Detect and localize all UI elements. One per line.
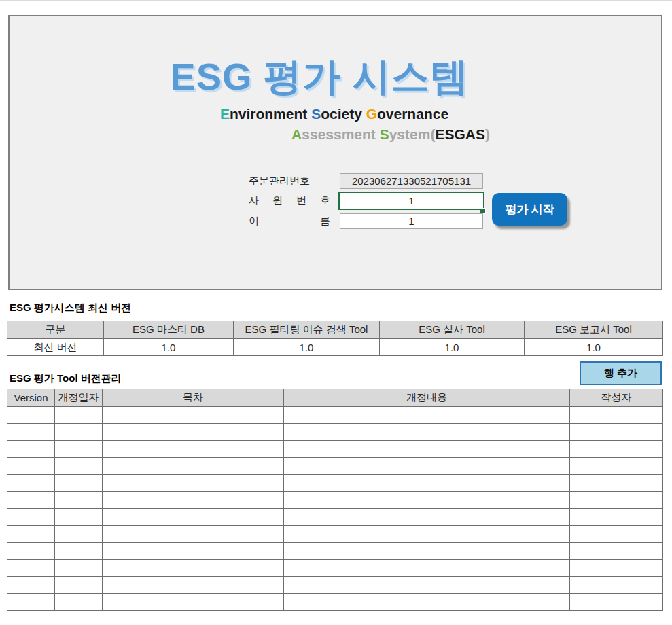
revision-table-cell[interactable] <box>570 424 663 441</box>
revision-table-cell[interactable] <box>55 560 103 577</box>
employee-number-field[interactable] <box>338 192 484 210</box>
revision-table-cell[interactable] <box>7 560 55 577</box>
subtitle-text: overnance <box>377 106 448 122</box>
column-header: 개정내용 <box>284 389 570 407</box>
revision-table-cell[interactable] <box>55 407 103 424</box>
revision-table-cell[interactable] <box>55 424 103 441</box>
subtitle-text: nvironment <box>230 106 311 122</box>
revision-table-row <box>7 407 663 424</box>
revision-table-cell[interactable] <box>284 475 570 492</box>
revision-table-cell[interactable] <box>570 560 663 577</box>
revision-table-cell[interactable] <box>284 560 570 577</box>
revision-table-cell[interactable] <box>103 577 284 594</box>
revision-table-cell[interactable] <box>7 526 55 543</box>
revision-table-cell[interactable] <box>7 458 55 475</box>
column-header: 구분 <box>7 321 104 339</box>
revision-table-cell[interactable] <box>570 475 663 492</box>
revision-table-cell[interactable] <box>7 594 55 611</box>
app-subtitle-esg: Environment Society Governance <box>130 106 538 122</box>
subtitle-letter-s: S <box>311 106 321 122</box>
table-cell: 1.0 <box>525 339 663 356</box>
revision-table-cell[interactable] <box>570 441 663 458</box>
revision-table-cell[interactable] <box>284 577 570 594</box>
revision-table-cell[interactable] <box>103 492 284 509</box>
revision-table-cell[interactable] <box>570 526 663 543</box>
revision-table-cell[interactable] <box>55 594 103 611</box>
revision-table-cell[interactable] <box>7 424 55 441</box>
table-cell: 최신 버전 <box>7 339 104 356</box>
revision-table-row <box>7 492 663 509</box>
table-cell: 1.0 <box>380 339 525 356</box>
subtitle-text: ssessment <box>302 126 379 142</box>
revision-table-cell[interactable] <box>7 577 55 594</box>
table-cell: 1.0 <box>104 339 234 356</box>
revision-table-cell[interactable] <box>55 492 103 509</box>
revision-table-cell[interactable] <box>284 526 570 543</box>
revision-table-cell[interactable] <box>284 509 570 526</box>
revision-table-cell[interactable] <box>55 543 103 560</box>
revision-table-cell[interactable] <box>55 526 103 543</box>
table-cell: 1.0 <box>234 339 380 356</box>
revision-table-cell[interactable] <box>103 458 284 475</box>
revision-table-cell[interactable] <box>103 407 284 424</box>
revision-table-cell[interactable] <box>7 543 55 560</box>
revision-table-cell[interactable] <box>103 543 284 560</box>
column-header: 목차 <box>103 389 284 407</box>
subtitle-letter-s2: S <box>380 126 389 142</box>
name-label: 이 름 <box>249 215 330 228</box>
revision-table-cell[interactable] <box>284 424 570 441</box>
revision-table-cell[interactable] <box>7 475 55 492</box>
revision-table-cell[interactable] <box>103 475 284 492</box>
revision-table-row <box>7 560 663 577</box>
revision-table-row <box>7 424 663 441</box>
subtitle-letter-e: E <box>220 106 230 122</box>
revision-table-cell[interactable] <box>55 509 103 526</box>
revision-header-row: Version 개정일자 목차 개정내용 작성자 <box>7 389 663 407</box>
revision-table-cell[interactable] <box>7 492 55 509</box>
revision-table-row <box>7 594 663 611</box>
revision-table: Version 개정일자 목차 개정내용 작성자 <box>7 389 663 611</box>
app-title: ESG 평가 시스템 <box>116 52 523 103</box>
revision-table-row <box>7 441 663 458</box>
revision-table-row <box>7 458 663 475</box>
revision-table-cell[interactable] <box>55 458 103 475</box>
revision-table-cell[interactable] <box>284 458 570 475</box>
revision-table-cell[interactable] <box>103 560 284 577</box>
revision-table-cell[interactable] <box>103 424 284 441</box>
column-header: 개정일자 <box>55 389 103 407</box>
revision-table-cell[interactable] <box>55 577 103 594</box>
revision-table-cell[interactable] <box>7 441 55 458</box>
revision-table-cell[interactable] <box>103 509 284 526</box>
revision-table-cell[interactable] <box>7 509 55 526</box>
revision-table-cell[interactable] <box>570 577 663 594</box>
revision-table-cell[interactable] <box>284 492 570 509</box>
revision-table-cell[interactable] <box>55 475 103 492</box>
column-header: Version <box>7 389 55 407</box>
revision-table-row <box>7 509 663 526</box>
latest-version-header-row: 구분 ESG 마스터 DB ESG 필터링 이슈 검색 Tool ESG 실사 … <box>7 321 663 339</box>
revision-table-cell[interactable] <box>284 441 570 458</box>
hero-panel: ESG 평가 시스템 Environment Society Governanc… <box>8 15 662 290</box>
revision-table-cell[interactable] <box>570 509 663 526</box>
revision-table-cell[interactable] <box>284 594 570 611</box>
revision-table-row <box>7 526 663 543</box>
revision-table-cell[interactable] <box>55 441 103 458</box>
revision-table-cell[interactable] <box>570 543 663 560</box>
revision-table-cell[interactable] <box>570 594 663 611</box>
revision-table-body <box>7 407 663 611</box>
subtitle-text: ) <box>485 126 490 142</box>
add-row-button[interactable]: 행 추가 <box>580 361 662 385</box>
revision-table-cell[interactable] <box>570 458 663 475</box>
revision-table-cell[interactable] <box>570 492 663 509</box>
name-field[interactable] <box>340 213 483 229</box>
revision-table-cell[interactable] <box>284 407 570 424</box>
revision-table-cell[interactable] <box>284 543 570 560</box>
revision-table-cell[interactable] <box>103 594 284 611</box>
latest-version-section-title: ESG 평가시스템 최신 버전 <box>10 302 131 315</box>
revision-table-cell[interactable] <box>103 441 284 458</box>
revision-table-row <box>7 577 663 594</box>
revision-table-cell[interactable] <box>103 526 284 543</box>
start-assessment-button[interactable]: 평가 시작 <box>492 193 567 226</box>
revision-table-cell[interactable] <box>570 407 663 424</box>
revision-table-cell[interactable] <box>7 407 55 424</box>
